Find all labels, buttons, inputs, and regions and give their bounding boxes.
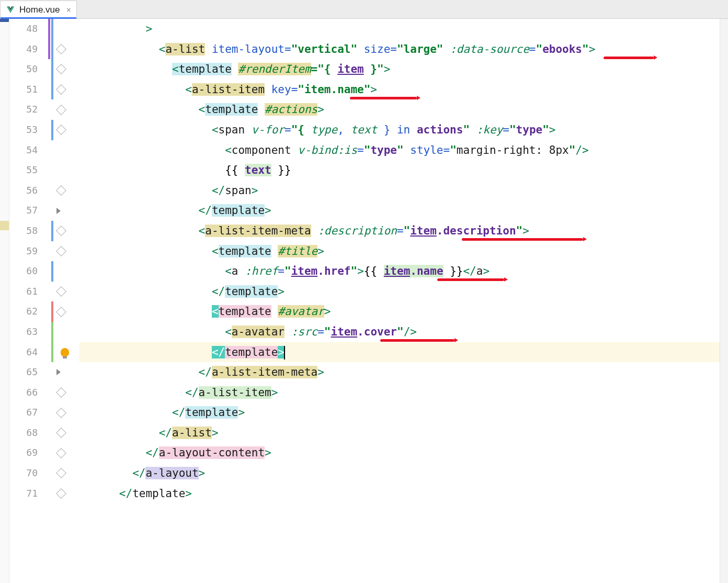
gutter-row bbox=[47, 221, 76, 241]
token: ="{ bbox=[311, 63, 338, 75]
code-line[interactable]: <template #title> bbox=[79, 241, 728, 262]
code-line[interactable]: {{ text }} bbox=[79, 160, 728, 181]
line-number-gutter: 4849505152535455565758596061626364656667… bbox=[9, 19, 47, 583]
fold-handle-icon[interactable] bbox=[56, 286, 66, 297]
code-line[interactable]: </template> bbox=[79, 402, 728, 423]
file-tab[interactable]: Home.vue × bbox=[0, 1, 77, 18]
gutter-row bbox=[47, 120, 76, 140]
code-area[interactable]: > <a-list item-layout="vertical" size="l… bbox=[76, 19, 728, 583]
annotation-underline bbox=[350, 97, 417, 99]
gutter-row bbox=[47, 463, 76, 484]
token: a-list-item bbox=[199, 386, 271, 399]
code-line[interactable]: </template> bbox=[79, 200, 728, 221]
fold-handle-icon[interactable] bbox=[56, 44, 66, 54]
token: </ bbox=[463, 265, 476, 277]
token: " bbox=[582, 43, 589, 55]
token bbox=[357, 43, 364, 55]
fold-handle-icon[interactable] bbox=[56, 428, 66, 438]
token bbox=[291, 144, 298, 156]
code-line[interactable]: <template #renderItem="{ item }"> bbox=[79, 59, 728, 80]
code-line[interactable]: > bbox=[79, 19, 728, 39]
fold-handle-icon[interactable] bbox=[56, 105, 66, 115]
token: > bbox=[483, 265, 490, 277]
token: " bbox=[569, 144, 576, 156]
token: > bbox=[317, 103, 324, 116]
token: < bbox=[185, 83, 192, 96]
token: a-list-item-meta bbox=[205, 225, 311, 237]
code-line[interactable]: </template> bbox=[79, 484, 728, 504]
code-line[interactable]: </a-layout> bbox=[79, 463, 728, 484]
fold-arrow-icon[interactable] bbox=[56, 208, 61, 214]
token: /> bbox=[575, 144, 588, 156]
fold-handle-icon[interactable] bbox=[56, 226, 66, 236]
token: #avatar bbox=[278, 305, 324, 318]
code-line[interactable]: <template #actions> bbox=[79, 99, 728, 120]
token: item-layout bbox=[212, 43, 285, 55]
code-line[interactable]: <a-list item-layout="vertical" size="lar… bbox=[79, 39, 728, 60]
token bbox=[271, 305, 278, 318]
intention-bulb-icon[interactable] bbox=[61, 348, 69, 356]
code-line[interactable]: </span> bbox=[79, 181, 728, 201]
code-line[interactable]: </a-list> bbox=[79, 423, 728, 443]
close-icon[interactable]: × bbox=[66, 5, 71, 15]
token: item bbox=[331, 326, 358, 338]
code-editor[interactable]: 4849505152535455565758596061626364656667… bbox=[0, 19, 728, 583]
gutter-row bbox=[47, 80, 76, 100]
code-line[interactable]: <a-list-item key="item.name"> bbox=[79, 80, 728, 100]
token bbox=[238, 265, 245, 277]
code-line[interactable]: <component v-bind:is="type" style="margi… bbox=[79, 140, 728, 161]
token: </ bbox=[159, 427, 172, 439]
token: " bbox=[516, 225, 523, 237]
code-line[interactable]: <a-avatar :src="item.cover"/> bbox=[79, 322, 728, 342]
line-number: 49 bbox=[9, 39, 38, 60]
fold-handle-icon[interactable] bbox=[56, 246, 66, 256]
fold-gutter[interactable] bbox=[47, 19, 76, 583]
fold-handle-icon[interactable] bbox=[56, 84, 66, 95]
gutter-row bbox=[47, 423, 76, 443]
code-line[interactable]: <a :href="item.href">{{ item.name }}</a> bbox=[79, 261, 728, 282]
gutter-row bbox=[47, 181, 76, 201]
token: text bbox=[350, 124, 377, 136]
token: "{ bbox=[291, 124, 311, 136]
code-line[interactable]: <a-list-item-meta :description="item.des… bbox=[79, 221, 728, 241]
annotation-underline bbox=[437, 278, 504, 281]
token: > bbox=[145, 23, 152, 35]
token: "large" bbox=[397, 43, 443, 55]
token: > bbox=[265, 204, 271, 217]
line-number: 50 bbox=[9, 59, 38, 80]
fold-handle-icon[interactable] bbox=[56, 125, 66, 135]
code-line[interactable]: </a-list-item-meta> bbox=[79, 362, 728, 383]
code-line[interactable]: </template> bbox=[79, 342, 728, 363]
code-line[interactable]: </a-layout-content> bbox=[79, 443, 728, 463]
token: /> bbox=[404, 326, 417, 338]
token: < bbox=[199, 225, 206, 237]
fold-handle-icon[interactable] bbox=[56, 64, 66, 75]
gutter-row bbox=[47, 282, 76, 302]
token bbox=[470, 124, 476, 136]
fold-handle-icon[interactable] bbox=[56, 468, 66, 478]
fold-handle-icon[interactable] bbox=[56, 488, 66, 499]
token: template bbox=[219, 245, 271, 257]
token: template bbox=[179, 63, 232, 75]
code-line[interactable]: </a-list-item> bbox=[79, 383, 728, 403]
token: style bbox=[410, 144, 443, 156]
token: </ bbox=[132, 467, 145, 479]
token: "vertical" bbox=[291, 43, 357, 55]
code-line[interactable]: <template #avatar> bbox=[79, 301, 728, 322]
code-line[interactable]: </template> bbox=[79, 282, 728, 302]
token: a bbox=[476, 265, 483, 277]
fold-handle-icon[interactable] bbox=[56, 448, 66, 458]
code-line[interactable]: <span v-for="{ type, text } in actions" … bbox=[79, 120, 728, 140]
gutter-row bbox=[47, 362, 76, 383]
token: ebooks bbox=[542, 43, 582, 55]
fold-handle-icon[interactable] bbox=[56, 185, 66, 196]
fold-handle-icon[interactable] bbox=[56, 408, 66, 418]
token bbox=[271, 245, 278, 257]
token bbox=[265, 83, 271, 96]
fold-arrow-icon[interactable] bbox=[56, 369, 61, 375]
token: {{ bbox=[364, 265, 384, 277]
fold-handle-icon[interactable] bbox=[56, 307, 66, 317]
fold-handle-icon[interactable] bbox=[56, 387, 66, 398]
token: > bbox=[238, 406, 245, 419]
vertical-scrollbar[interactable] bbox=[720, 19, 728, 583]
